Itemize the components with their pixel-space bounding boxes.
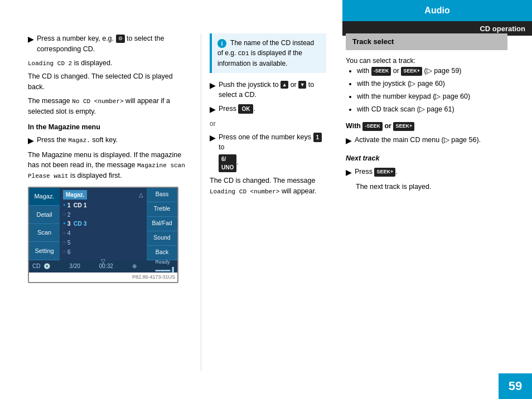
magazine-menu-head: In the Magazine menu: [28, 122, 190, 133]
bullet-text-5: Press one of the number keys 1 to 6/UNO.: [219, 132, 326, 173]
bullet-text-6: Activate the main CD menu (▷ page 56).: [355, 135, 481, 145]
next-track-played: The next track is played.: [356, 182, 507, 192]
screen-right-buttons: Bass Treble Bal/Fad Sound Back: [147, 188, 177, 260]
treble-label: Treble: [154, 205, 170, 213]
track-3-label: 3: [67, 219, 71, 228]
num-btn-1: 1: [313, 133, 322, 142]
bullet-text-3: Push the joystick to ▲ or ▼ to select a …: [219, 80, 326, 101]
screen-mockup: Magaz. Detail Scan Setting Magaz.: [28, 187, 178, 284]
info-box: i The name of the CD instead of e.g. CD1…: [210, 33, 326, 73]
track-select-header: Track select: [346, 33, 507, 50]
or-separator: or: [210, 119, 326, 129]
please-wait-code: Please wait: [28, 173, 69, 179]
bullet-arrow-4: ▶: [210, 104, 215, 115]
list-item-joystick: with the joystick (▷ page 60): [357, 79, 507, 89]
bullet-activate-main: ▶ Activate the main CD menu (▷ page 56).: [346, 135, 507, 147]
screen-inner: Magaz. Detail Scan Setting Magaz.: [29, 188, 177, 260]
list-item-seek: with -SEEK or SEEK+ (▷ page 59): [357, 66, 507, 76]
track-item-6[interactable]: ○ 6: [63, 247, 143, 257]
loading-text: Loading CD 2 is displayed.: [28, 58, 190, 69]
bass-label: Bass: [156, 190, 168, 199]
dot-3: ●: [63, 220, 66, 227]
screen-magaz-header: Magaz. △: [63, 190, 143, 199]
cd1-code: CD1: [238, 50, 249, 57]
bullet-arrow-6: ▶: [346, 135, 351, 147]
sound-label: Sound: [153, 233, 170, 242]
track-item-1[interactable]: ● 1 CD 1: [63, 201, 143, 210]
left-column: ▶ Press a number key, e.g. ⚙ to select t…: [28, 33, 201, 371]
no-cd-code: No CD <number>: [72, 98, 123, 105]
bullet-magaz: ▶ Press the Magaz. soft key.: [28, 135, 190, 147]
track-item-3[interactable]: ● 3 CD 3: [63, 219, 143, 228]
number-key-icon: ⚙: [116, 35, 125, 43]
track-4-label: 4: [67, 228, 71, 238]
arrow-down-icon: ▽: [63, 257, 143, 265]
bullet-press-number: ▶ Press a number key, e.g. ⚙ to select t…: [28, 33, 190, 55]
middle-column: i The name of the CD instead of e.g. CD1…: [201, 33, 335, 371]
ready-status: Ready▬▬▬▐: [156, 259, 174, 274]
magazine-scan-code: Magazine scan: [137, 162, 185, 169]
dot-1: ●: [63, 202, 66, 209]
bullet-text-7: Press SEEK+.: [355, 167, 398, 177]
bullet-arrow-1: ▶: [28, 34, 33, 45]
bass-btn[interactable]: Bass: [147, 188, 177, 202]
balfad-btn[interactable]: Bal/Fad: [147, 217, 177, 231]
detail-btn-label: Detail: [36, 210, 52, 220]
next-track-header: Next track: [346, 153, 507, 164]
dot-2: ○: [63, 211, 66, 218]
track-2-label: 2: [67, 210, 71, 220]
cd-status: CD: [32, 262, 40, 270]
loading-code: Loading CD 2: [28, 60, 72, 67]
bullet-arrow-3: ▶: [210, 80, 215, 91]
seek-minus-2: -SEEK: [362, 122, 383, 131]
cd-changed-2: The CD is changed. The message Loading C…: [210, 176, 326, 197]
bullet-press-num: ▶ Press one of the number keys 1 to 6/UN…: [210, 132, 326, 173]
track-1-label: 1: [67, 201, 71, 210]
dot-5: ○: [63, 239, 66, 246]
bullet-arrow-2: ▶: [28, 135, 33, 147]
screen-left-buttons: Magaz. Detail Scan Setting: [29, 188, 60, 260]
setting-btn-label: Setting: [35, 246, 54, 256]
bullet-text-4: Press OK.: [219, 104, 255, 114]
bullet-text-1: Press a number key, e.g. ⚙ to select the…: [37, 33, 190, 55]
back-label: Back: [156, 248, 168, 257]
track-item-4[interactable]: ○ 4: [63, 228, 143, 238]
balfad-label: Bal/Fad: [152, 219, 172, 228]
treble-btn[interactable]: Treble: [147, 202, 177, 217]
audio-header: Audio: [342, 0, 532, 21]
magaz-btn[interactable]: Magaz.: [29, 188, 60, 206]
dot-6: ○: [63, 249, 66, 256]
track-6-label: 6: [67, 247, 71, 257]
ok-button-icon: OK: [238, 104, 253, 114]
page-number-box: 59: [499, 373, 532, 399]
detail-btn[interactable]: Detail: [29, 206, 60, 224]
setting-btn[interactable]: Setting: [29, 242, 60, 260]
track-item-2[interactable]: ○ 2: [63, 210, 143, 220]
bullet-push-joystick: ▶ Push the joystick to ▲ or ▼ to select …: [210, 80, 326, 101]
page-number-label: 59: [509, 379, 522, 393]
seek-plus-btn-1: SEEK+: [401, 67, 422, 76]
back-btn[interactable]: Back: [147, 246, 177, 260]
cd-changed-text: The CD is changed. The selected CD is pl…: [28, 71, 190, 93]
loading-code-2: Loading CD <number>: [210, 188, 279, 195]
bullet-press-ok: ▶ Press OK.: [210, 104, 326, 115]
track-item-5[interactable]: ○ 5: [63, 238, 143, 247]
no-cd-text: The message No CD <number> will appear i…: [28, 96, 190, 117]
right-column: Track select You can select a track: wit…: [335, 33, 507, 371]
bullet-press-seek: ▶ Press SEEK+.: [346, 167, 507, 178]
track-5-label: 5: [67, 238, 71, 247]
cd1-label: CD 1: [74, 201, 87, 210]
scan-btn[interactable]: Scan: [29, 224, 60, 242]
track-select-list: with -SEEK or SEEK+ (▷ page 59) with the…: [357, 66, 507, 114]
dot-4: ○: [63, 230, 66, 237]
seek-plus-3: SEEK+: [374, 168, 395, 177]
bullet-arrow-5: ▶: [210, 133, 215, 144]
you-can-select: You can select a track:: [346, 56, 507, 66]
info-icon: i: [217, 39, 226, 48]
screen-center: Magaz. △ ● 1 CD 1 ○ 2: [60, 188, 147, 260]
track-list: ● 1 CD 1 ○ 2 ● 3 CD 3: [63, 201, 143, 257]
bullet-text-2: Press the Magaz. soft key.: [37, 135, 118, 145]
joystick-up-icon: ▲: [280, 81, 288, 89]
num-btn-uno: 6/UNO: [219, 154, 236, 172]
sound-btn[interactable]: Sound: [147, 231, 177, 246]
